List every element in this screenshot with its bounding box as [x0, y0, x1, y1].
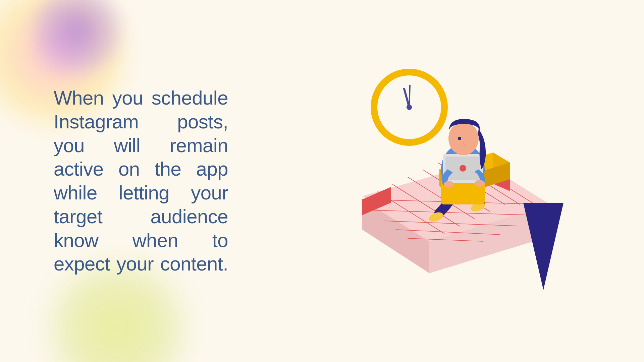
blue-triangle	[523, 203, 564, 290]
person-head	[448, 122, 479, 155]
illustration-svg	[329, 55, 564, 307]
clock-group	[371, 69, 448, 146]
text-section: When you schedule Instagram posts, you w…	[54, 86, 228, 276]
person-eye-left	[458, 137, 461, 140]
person-right-hand	[475, 180, 485, 187]
clock-minute-hand	[409, 85, 410, 107]
content-wrapper: When you schedule Instagram posts, you w…	[0, 0, 644, 362]
clock-center-dot	[407, 105, 412, 110]
laptop-dot	[460, 165, 466, 172]
illustration-section	[228, 27, 590, 335]
person-left-hand	[444, 181, 454, 188]
main-text: When you schedule Instagram posts, you w…	[54, 86, 228, 276]
